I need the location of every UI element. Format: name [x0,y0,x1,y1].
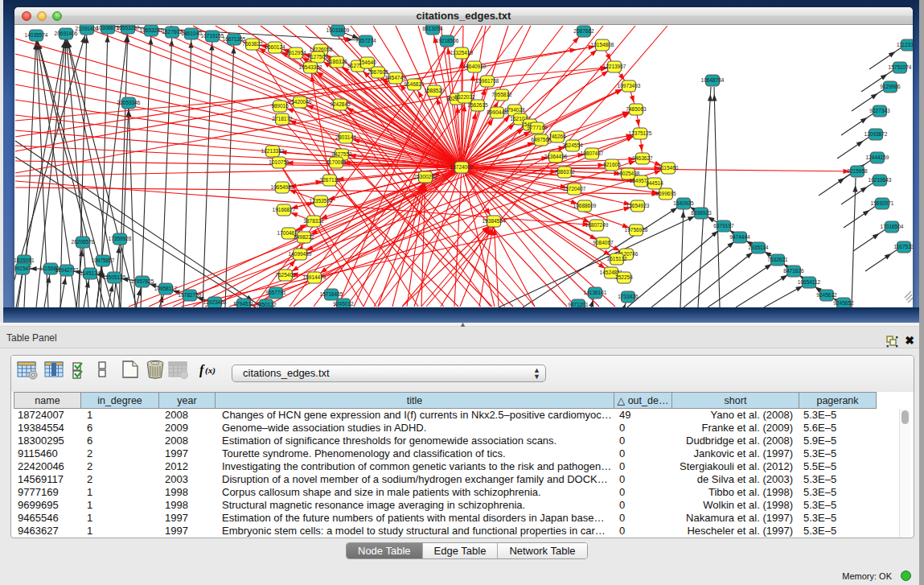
svg-text:15692971: 15692971 [871,200,894,206]
svg-text:3878332: 3878332 [303,218,324,224]
svg-text:746266: 746266 [548,134,566,139]
svg-text:15720407: 15720407 [563,186,586,192]
svg-text:1588520: 1588520 [424,88,445,93]
svg-text:6379197: 6379197 [713,223,734,229]
svg-text:252254: 252254 [615,274,633,280]
svg-text:21091406: 21091406 [76,26,99,31]
svg-text:8186328: 8186328 [326,59,347,64]
svg-text:16782759: 16782759 [179,292,202,298]
svg-text:9777169: 9777169 [527,125,548,130]
svg-text:9245012: 9245012 [333,301,354,307]
svg-text:8813054: 8813054 [422,26,443,31]
svg-text:1145134: 1145134 [80,270,101,276]
svg-text:10973493: 10973493 [618,83,641,89]
svg-text:19756928: 19756928 [625,227,648,233]
svg-text:9146821: 9146821 [404,81,425,87]
svg-text:3267110: 3267110 [320,177,340,183]
svg-text:9127509: 9127509 [307,54,328,60]
svg-text:8471626: 8471626 [783,268,804,274]
svg-text:12213967: 12213967 [603,64,626,69]
svg-text:11123377: 11123377 [897,42,913,47]
svg-text:5498222: 5498222 [294,234,314,240]
svg-text:7663822: 7663822 [242,41,263,47]
svg-text:10654983: 10654983 [271,184,294,190]
svg-text:9660124: 9660124 [265,44,285,50]
svg-text:1640935: 1640935 [673,200,694,206]
svg-text:10807487: 10807487 [581,150,604,156]
svg-text:1167533: 1167533 [894,244,913,249]
svg-text:12942737: 12942737 [55,267,79,273]
svg-text:9474444: 9474444 [729,234,750,240]
svg-text:7485063: 7485063 [626,106,647,112]
svg-text:1615112: 1615112 [607,256,627,262]
svg-text:10719155: 10719155 [201,33,224,39]
svg-text:2935114: 2935114 [749,245,769,250]
svg-text:8454749: 8454749 [385,75,406,80]
svg-text:9129966: 9129966 [880,84,901,89]
svg-text:12093872: 12093872 [864,131,888,137]
svg-text:16961758: 16961758 [476,78,499,84]
svg-text:6794028: 6794028 [504,107,525,113]
svg-text:(x): (x) [205,365,216,376]
svg-text:17359928: 17359928 [109,236,132,241]
svg-text:26206576: 26206576 [72,239,95,245]
svg-text:1010755: 1010755 [269,159,290,165]
svg-text:12353594: 12353594 [310,198,333,204]
svg-text:9450122: 9450122 [256,302,277,307]
svg-text:7632621: 7632621 [767,257,788,262]
svg-text:1527602: 1527602 [162,29,183,35]
svg-text:16914479: 16914479 [303,274,326,280]
svg-text:1835061: 1835061 [14,257,35,263]
svg-text:9471201: 9471201 [568,302,589,307]
svg-text:10975857: 10975857 [92,257,115,263]
svg-text:1562615: 1562615 [467,102,488,108]
svg-text:9463627: 9463627 [632,155,653,161]
svg-text:9245652: 9245652 [833,300,854,306]
svg-text:8938923: 8938923 [691,210,712,216]
svg-text:8794511: 8794511 [234,301,254,307]
svg-text:9699695: 9699695 [655,191,676,196]
svg-text:19218506: 19218506 [436,38,459,43]
svg-text:4170081: 4170081 [326,159,347,165]
svg-text:17016504: 17016504 [881,224,904,229]
svg-text:23420046: 23420046 [289,99,312,105]
svg-text:991547: 991547 [14,266,31,271]
svg-text:20691406: 20691406 [55,31,78,36]
svg-text:7625402: 7625402 [275,272,296,278]
svg-text:6461040: 6461040 [181,31,202,36]
svg-text:621605: 621605 [603,162,621,167]
svg-text:9657791: 9657791 [265,290,286,295]
svg-text:9115460: 9115460 [659,165,679,171]
svg-text:11325419: 11325419 [450,50,474,56]
svg-text:14136141: 14136141 [584,290,607,295]
svg-text:2087662: 2087662 [573,28,594,34]
svg-text:16210643: 16210643 [869,177,892,183]
svg-text:8322032: 8322032 [454,94,475,100]
svg-text:7955812: 7955812 [491,92,512,97]
svg-text:989016: 989016 [271,103,289,109]
svg-text:9227343: 9227343 [869,108,890,113]
svg-text:944514: 944514 [646,180,663,186]
svg-text:16553287: 16553287 [117,25,140,31]
svg-text:12375125: 12375125 [629,130,652,136]
svg-text:12923468: 12923468 [203,299,227,305]
svg-text:13654923: 13654923 [626,203,650,208]
svg-text:19384554: 19384554 [483,218,506,224]
svg-text:16033809: 16033809 [326,27,350,33]
svg-text:2803144: 2803144 [335,134,356,140]
svg-text:12213383: 12213383 [261,148,285,154]
svg-text:8215958: 8215958 [847,168,868,174]
svg-text:9084067: 9084067 [593,240,614,245]
svg-text:10648784: 10648784 [701,77,725,83]
svg-text:10958117: 10958117 [154,286,178,291]
svg-text:10654112: 10654112 [798,279,821,285]
svg-text:9245612: 9245612 [816,292,837,298]
svg-text:17957825: 17957825 [131,278,154,284]
svg-text:18724007: 18724007 [450,164,474,170]
svg-text:7357274: 7357274 [355,38,376,43]
svg-text:10653287: 10653287 [140,27,163,33]
svg-text:1733426: 1733426 [618,294,639,299]
svg-text:12505135: 12505135 [103,274,126,280]
svg-text:10543362: 10543362 [299,64,322,70]
svg-text:18807249: 18807249 [585,222,609,228]
